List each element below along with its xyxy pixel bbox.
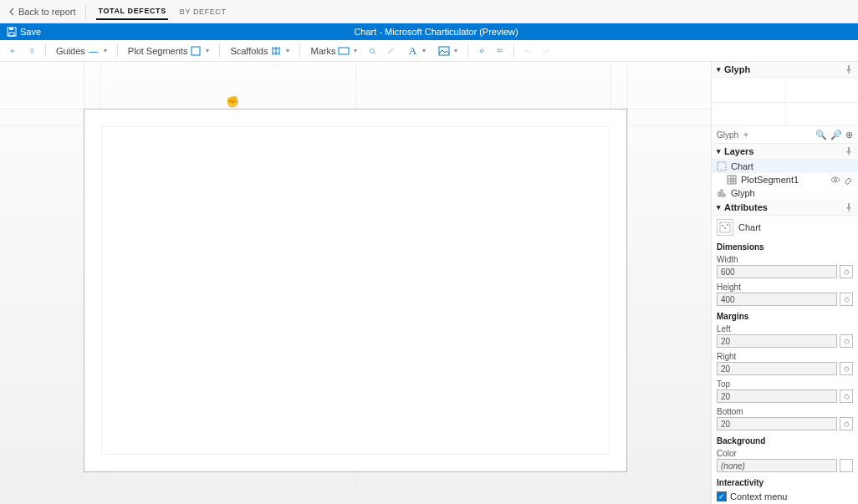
- save-button[interactable]: Save: [0, 27, 48, 37]
- line-mark-icon[interactable]: [384, 44, 397, 58]
- tab-total-defects[interactable]: TOTAL DEFECTS: [96, 3, 167, 20]
- marks-label: Marks: [310, 46, 335, 56]
- width-input[interactable]: [717, 265, 837, 278]
- eye-icon[interactable]: [830, 176, 840, 185]
- save-icon: [7, 27, 17, 37]
- chart-boundary[interactable]: [84, 109, 627, 472]
- chart-canvas[interactable]: ✊: [0, 62, 711, 504]
- marks-menu[interactable]: Marks ▾: [307, 43, 360, 59]
- chevron-down-icon: ▾: [286, 47, 289, 54]
- add-glyph-button[interactable]: ＋: [742, 129, 750, 140]
- undo-history-icon[interactable]: [7, 44, 20, 58]
- bind-icon[interactable]: ◇: [840, 389, 853, 403]
- chevron-down-icon: ▾: [717, 147, 721, 155]
- zoom-in-icon[interactable]: 🔍: [815, 130, 827, 140]
- background-color-input[interactable]: [717, 459, 837, 472]
- attributes-object: Chart: [712, 216, 858, 239]
- pin-icon[interactable]: [845, 147, 853, 155]
- glyph-panel-header[interactable]: ▾ Glyph: [712, 62, 858, 78]
- scaffold-icon: [269, 44, 283, 58]
- svg-point-14: [727, 224, 728, 226]
- charticulator-titlebar: Save Chart - Microsoft Charticulator (Pr…: [0, 23, 858, 40]
- separator: [513, 44, 514, 58]
- chevron-down-icon: ▾: [717, 203, 721, 211]
- tab-by-defect[interactable]: BY DEFECT: [178, 4, 228, 19]
- plot-segments-menu[interactable]: Plot Segments ▾: [125, 43, 213, 59]
- chart-icon: [717, 161, 727, 171]
- separator: [299, 44, 300, 58]
- list-icon[interactable]: [25, 44, 38, 58]
- chevron-down-icon: ▾: [717, 65, 721, 74]
- pin-icon[interactable]: [845, 65, 853, 74]
- layers-panel-title: Layers: [724, 146, 753, 156]
- guides-menu[interactable]: Guides — ▾: [53, 43, 110, 59]
- erase-icon[interactable]: [844, 176, 853, 185]
- image-mark-icon[interactable]: ▾: [434, 43, 461, 59]
- context-menu-checkbox[interactable]: ✓ Context menu: [717, 491, 787, 501]
- glyph-footer-label: Glyph: [717, 130, 738, 140]
- ellipse-mark-icon[interactable]: [365, 44, 379, 58]
- separator: [45, 44, 46, 58]
- svg-rect-9: [718, 162, 726, 171]
- margin-bottom-input[interactable]: [717, 417, 837, 430]
- margin-right-input[interactable]: [717, 362, 837, 375]
- guides-label: Guides: [56, 46, 85, 56]
- margin-top-input[interactable]: [717, 389, 837, 403]
- color-swatch[interactable]: [840, 459, 853, 472]
- main-area: ✊ ▾ Glyph Glyph ＋ 🔍 🔎 ⊕: [0, 62, 858, 504]
- background-heading: Background: [712, 433, 858, 447]
- side-panels: ▾ Glyph Glyph ＋ 🔍 🔎 ⊕ ▾ La: [711, 62, 858, 504]
- bind-icon[interactable]: ◇: [840, 293, 853, 306]
- layer-item-chart[interactable]: Chart: [712, 160, 858, 173]
- separator: [117, 44, 118, 58]
- app-title: Chart - Microsoft Charticulator (Preview…: [48, 27, 825, 37]
- plot-segment-area[interactable]: [101, 126, 610, 455]
- scaffolds-menu[interactable]: Scaffolds ▾: [227, 43, 293, 59]
- chevron-down-icon: ▾: [422, 47, 426, 54]
- undo-button[interactable]: [521, 44, 534, 58]
- interactivity-heading: Interactivity: [712, 475, 858, 489]
- bind-icon[interactable]: ◇: [840, 362, 853, 375]
- bind-icon[interactable]: ◇: [840, 265, 853, 278]
- link-tool-icon[interactable]: [475, 44, 488, 58]
- glyph-editor-canvas[interactable]: [712, 78, 858, 126]
- chart-object-icon: [717, 219, 733, 236]
- context-menu-label: Context menu: [730, 491, 787, 501]
- layer-item-plotsegment1[interactable]: PlotSegment1: [712, 173, 858, 186]
- chevron-down-icon: ▾: [454, 47, 457, 54]
- separator: [219, 44, 220, 58]
- fit-icon[interactable]: ⊕: [845, 130, 853, 140]
- svg-rect-7: [498, 48, 500, 49]
- legend-tool-icon[interactable]: [493, 44, 507, 58]
- attributes-object-name: Chart: [738, 222, 761, 232]
- height-label: Height: [712, 281, 858, 292]
- attributes-panel-header[interactable]: ▾ Attributes: [712, 200, 858, 216]
- layer-label: Glyph: [731, 188, 755, 198]
- dimensions-heading: Dimensions: [712, 239, 858, 253]
- toolbar: Guides — ▾ Plot Segments ▾ Scaffolds ▾ M…: [0, 40, 858, 62]
- svg-point-13: [724, 227, 726, 229]
- save-label: Save: [20, 27, 41, 37]
- bind-icon[interactable]: ◇: [840, 417, 853, 430]
- grid-icon: [727, 175, 737, 185]
- svg-rect-1: [9, 28, 13, 30]
- redo-button[interactable]: [539, 44, 553, 58]
- margin-left-input[interactable]: [717, 334, 837, 348]
- layer-item-glyph[interactable]: Glyph: [712, 186, 858, 200]
- bind-icon[interactable]: ◇: [840, 334, 853, 348]
- separator: [467, 44, 468, 58]
- height-input[interactable]: [717, 293, 837, 306]
- text-mark-icon[interactable]: A ▾: [402, 43, 429, 59]
- svg-point-10: [835, 178, 837, 181]
- margins-heading: Margins: [712, 308, 858, 323]
- plot-segment-icon: [189, 44, 202, 58]
- layer-label: PlotSegment1: [741, 175, 799, 185]
- chevron-down-icon: ▾: [104, 47, 107, 54]
- svg-rect-4: [339, 48, 349, 54]
- layers-panel-header[interactable]: ▾ Layers: [712, 144, 858, 160]
- pin-icon[interactable]: [845, 203, 853, 211]
- width-label: Width: [712, 253, 858, 264]
- zoom-out-icon[interactable]: 🔎: [830, 130, 842, 140]
- left-label: Left: [712, 323, 858, 333]
- back-to-report[interactable]: Back to report: [8, 4, 86, 19]
